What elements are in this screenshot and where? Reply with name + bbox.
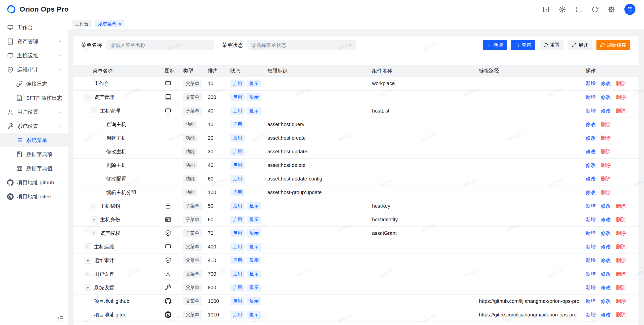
row-add-link[interactable]: 新增 bbox=[586, 217, 596, 222]
row-delete-link[interactable]: 删除 bbox=[616, 271, 626, 277]
expand-toggle[interactable]: + bbox=[91, 203, 97, 209]
brand[interactable]: Orion Ops Pro bbox=[6, 4, 69, 15]
row-edit-link[interactable]: 修改 bbox=[586, 190, 596, 195]
row-edit-link[interactable]: 修改 bbox=[601, 230, 611, 236]
sidebar-item[interactable]: 数据字典值 bbox=[0, 161, 68, 175]
row-edit-link[interactable]: 修改 bbox=[601, 285, 611, 290]
theme-sun-icon[interactable] bbox=[559, 6, 566, 13]
expand-toggle[interactable]: + bbox=[91, 216, 97, 223]
row-add-link[interactable]: 新增 bbox=[586, 285, 596, 290]
sidebar-item[interactable]: 用户设置 bbox=[0, 105, 68, 119]
row-add-link[interactable]: 新增 bbox=[586, 230, 596, 236]
expand-toggle[interactable]: + bbox=[85, 284, 91, 291]
sidebar-item[interactable]: 数据字典项 bbox=[0, 147, 68, 161]
query-button[interactable]: 查询 bbox=[511, 40, 535, 50]
status-tag: 显示 bbox=[247, 229, 261, 237]
row-delete-link[interactable]: 删除 bbox=[616, 230, 626, 236]
sidebar-item[interactable]: 连接日志 bbox=[0, 77, 68, 91]
tab-工作台[interactable]: 工作台 bbox=[72, 20, 92, 27]
row-add-link[interactable]: 新增 bbox=[586, 108, 596, 114]
row-delete-link[interactable]: 删除 bbox=[616, 203, 626, 209]
row-delete-link[interactable]: 删除 bbox=[616, 244, 626, 249]
row-edit-link[interactable]: 修改 bbox=[601, 271, 611, 277]
type-tag: 父菜单 bbox=[183, 93, 202, 101]
row-delete-link[interactable]: 删除 bbox=[616, 217, 626, 222]
wrench-icon bbox=[165, 284, 171, 291]
expand-button[interactable]: 展开 bbox=[568, 40, 592, 50]
refresh-cache-button[interactable]: 刷新缓存 bbox=[596, 40, 630, 50]
expand-toggle[interactable]: + bbox=[85, 257, 91, 264]
table-row: +系统设置父菜单800启用显示新增修改删除 bbox=[73, 281, 638, 294]
row-edit-link[interactable]: 修改 bbox=[601, 81, 611, 86]
row-edit-link[interactable]: 修改 bbox=[601, 94, 611, 100]
sidebar-item-label: 系统菜单 bbox=[26, 137, 47, 144]
row-delete-link[interactable]: 删除 bbox=[616, 298, 626, 304]
sidebar-item[interactable]: SFTP 操作日志 bbox=[0, 91, 68, 105]
row-delete-link[interactable]: 删除 bbox=[601, 122, 611, 127]
row-edit-link[interactable]: 修改 bbox=[586, 135, 596, 141]
expand-toggle[interactable]: + bbox=[91, 230, 97, 236]
row-add-link[interactable]: 新增 bbox=[586, 312, 596, 317]
tab-系统菜单[interactable]: 系统菜单× bbox=[95, 20, 124, 27]
row-delete-link[interactable]: 删除 bbox=[616, 258, 626, 263]
row-delete-link[interactable]: 删除 bbox=[616, 108, 626, 114]
sidebar-item[interactable]: 系统菜单 bbox=[0, 133, 68, 147]
row-add-link[interactable]: 新增 bbox=[586, 203, 596, 209]
reset-button[interactable]: 重置 bbox=[540, 40, 564, 50]
row-delete-link[interactable]: 删除 bbox=[616, 94, 626, 100]
menu-name-label: 菜单名称 bbox=[81, 42, 102, 49]
row-edit-link[interactable]: 修改 bbox=[601, 203, 611, 209]
row-edit-link[interactable]: 修改 bbox=[601, 298, 611, 304]
menu-name: 修改主机 bbox=[106, 148, 126, 155]
row-edit-link[interactable]: 修改 bbox=[586, 149, 596, 154]
sort-value: 400 bbox=[208, 244, 216, 249]
sidebar-item[interactable]: 资产管理 bbox=[0, 34, 68, 49]
table-row: 创建主机功能20启用asset:host:create修改删除 bbox=[73, 131, 638, 145]
row-delete-link[interactable]: 删除 bbox=[616, 81, 626, 86]
row-add-link[interactable]: 新增 bbox=[586, 244, 596, 249]
sidebar-item[interactable]: 运维审计 bbox=[0, 63, 68, 77]
row-edit-link[interactable]: 修改 bbox=[601, 312, 611, 317]
status-tag: 显示 bbox=[247, 80, 261, 87]
row-edit-link[interactable]: 修改 bbox=[601, 244, 611, 249]
row-edit-link[interactable]: 修改 bbox=[586, 122, 596, 127]
reset-button-label: 重置 bbox=[550, 42, 560, 48]
menu-status-select[interactable]: 请选择菜单状态 bbox=[247, 40, 356, 50]
refresh-icon[interactable] bbox=[592, 6, 598, 13]
add-button[interactable]: 新增 bbox=[483, 40, 507, 50]
row-delete-link[interactable]: 删除 bbox=[601, 190, 611, 195]
row-add-link[interactable]: 新增 bbox=[586, 81, 596, 86]
close-icon[interactable]: × bbox=[118, 21, 121, 26]
sidebar-item[interactable]: 工作台 bbox=[0, 20, 68, 34]
sidebar-item[interactable]: 项目地址 github bbox=[0, 175, 68, 190]
collapse-toggle[interactable]: − bbox=[85, 94, 91, 100]
expand-toggle[interactable]: + bbox=[85, 271, 91, 277]
row-add-link[interactable]: 新增 bbox=[586, 271, 596, 277]
row-delete-link[interactable]: 删除 bbox=[616, 312, 626, 317]
check-square-icon[interactable] bbox=[543, 6, 549, 13]
sidebar-item[interactable]: 主机运维 bbox=[0, 49, 68, 63]
row-delete-link[interactable]: 删除 bbox=[601, 162, 611, 168]
sidebar-collapse-icon[interactable] bbox=[57, 315, 64, 321]
table-row: −资产管理父菜单300启用显示新增修改删除 bbox=[73, 90, 638, 104]
row-delete-link[interactable]: 删除 bbox=[601, 149, 611, 154]
collapse-toggle[interactable]: − bbox=[91, 107, 97, 114]
row-delete-link[interactable]: 删除 bbox=[601, 176, 611, 182]
expand-toggle[interactable]: + bbox=[85, 243, 91, 250]
row-add-link[interactable]: 新增 bbox=[586, 298, 596, 304]
row-add-link[interactable]: 新增 bbox=[586, 94, 596, 100]
row-edit-link[interactable]: 修改 bbox=[601, 217, 611, 222]
user-avatar[interactable]: 管 bbox=[624, 4, 635, 15]
menu-name-input[interactable] bbox=[106, 40, 214, 50]
sidebar-item[interactable]: 系统设置 bbox=[0, 119, 68, 133]
row-edit-link[interactable]: 修改 bbox=[601, 108, 611, 114]
settings-gear-icon[interactable] bbox=[608, 6, 615, 13]
row-add-link[interactable]: 新增 bbox=[586, 258, 596, 263]
row-edit-link[interactable]: 修改 bbox=[586, 162, 596, 168]
fullscreen-icon[interactable] bbox=[575, 6, 582, 13]
sidebar-item[interactable]: 项目地址 gitee bbox=[0, 190, 68, 204]
row-delete-link[interactable]: 删除 bbox=[616, 285, 626, 290]
row-delete-link[interactable]: 删除 bbox=[601, 135, 611, 141]
row-edit-link[interactable]: 修改 bbox=[601, 258, 611, 263]
row-edit-link[interactable]: 修改 bbox=[586, 176, 596, 182]
